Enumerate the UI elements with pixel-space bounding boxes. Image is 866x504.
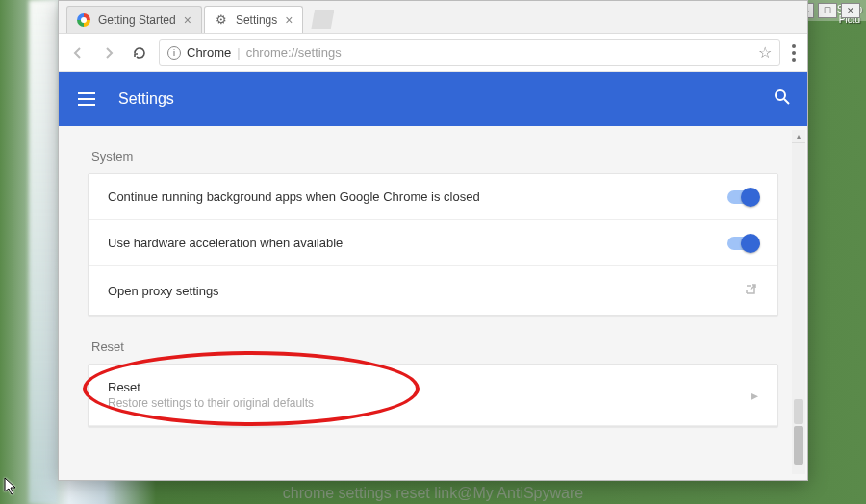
address-bar[interactable]: i Chrome | chrome://settings ☆: [159, 39, 780, 66]
back-button[interactable]: [66, 41, 89, 64]
address-path: chrome://settings: [246, 45, 342, 60]
svg-point-0: [776, 90, 785, 100]
row-hardware-accel[interactable]: Use hardware acceleration when available: [89, 220, 777, 266]
scrollbar-thumb[interactable]: [794, 399, 803, 424]
tab-label: Settings: [236, 13, 277, 27]
system-card: Continue running background apps when Go…: [88, 173, 778, 316]
row-reset-settings[interactable]: Reset Restore settings to their original…: [89, 365, 777, 426]
chevron-right-icon: ▸: [751, 388, 758, 403]
scrollbar[interactable]: ▴: [792, 130, 805, 474]
tab-strip: Getting Started × ⚙ Settings ×: [59, 1, 807, 34]
row-label: Use hardware acceleration when available: [108, 236, 716, 250]
tab-settings[interactable]: ⚙ Settings ×: [204, 6, 304, 33]
row-label: Continue running background apps when Go…: [108, 189, 716, 204]
svg-line-1: [784, 99, 789, 104]
row-subtitle: Restore settings to their original defau…: [108, 396, 740, 410]
external-link-icon: [743, 282, 758, 300]
scrollbar-thumb[interactable]: [794, 426, 803, 465]
toggle-background-apps[interactable]: [727, 190, 758, 204]
titlebar-maximize-button[interactable]: ☐: [818, 3, 837, 18]
search-icon[interactable]: [773, 88, 792, 112]
tab-getting-started[interactable]: Getting Started ×: [66, 6, 202, 33]
tab-label: Getting Started: [98, 13, 176, 27]
scroll-up-arrow[interactable]: ▴: [792, 130, 805, 143]
section-label-system: System: [91, 149, 775, 164]
row-background-apps[interactable]: Continue running background apps when Go…: [89, 174, 777, 220]
row-label: Open proxy settings: [108, 284, 731, 298]
address-origin: Chrome: [187, 45, 231, 60]
settings-body: System Continue running background apps …: [59, 126, 807, 480]
reload-button[interactable]: [128, 41, 151, 64]
chrome-favicon-icon: [77, 13, 90, 27]
close-tab-icon[interactable]: ×: [285, 13, 293, 28]
settings-page: Settings System Continue running backgro…: [59, 72, 807, 480]
gear-favicon-icon: ⚙: [215, 13, 228, 27]
watermark-text: chrome settings reset link@My AntiSpywar…: [283, 485, 583, 502]
titlebar-close-button[interactable]: ✕: [841, 3, 860, 18]
site-info-icon[interactable]: i: [167, 46, 181, 60]
bookmark-star-icon[interactable]: ☆: [758, 43, 772, 62]
row-label: Reset Restore settings to their original…: [108, 380, 740, 410]
reset-card: Reset Restore settings to their original…: [88, 364, 778, 427]
row-proxy-settings[interactable]: Open proxy settings: [89, 266, 777, 315]
browser-toolbar: i Chrome | chrome://settings ☆: [59, 34, 807, 72]
forward-button[interactable]: [97, 41, 120, 64]
browser-menu-button[interactable]: [788, 40, 800, 65]
toggle-hardware-accel[interactable]: [727, 237, 758, 250]
mouse-cursor: [4, 477, 19, 500]
close-tab-icon[interactable]: ×: [184, 13, 191, 28]
section-label-reset: Reset: [91, 340, 775, 354]
row-title: Reset: [108, 380, 740, 394]
new-tab-button[interactable]: [311, 10, 334, 29]
page-title: Settings: [118, 90, 753, 108]
settings-header: Settings: [59, 72, 807, 126]
browser-window: Getting Started × ⚙ Settings × i Chrome …: [58, 0, 808, 481]
settings-menu-button[interactable]: [74, 88, 99, 110]
